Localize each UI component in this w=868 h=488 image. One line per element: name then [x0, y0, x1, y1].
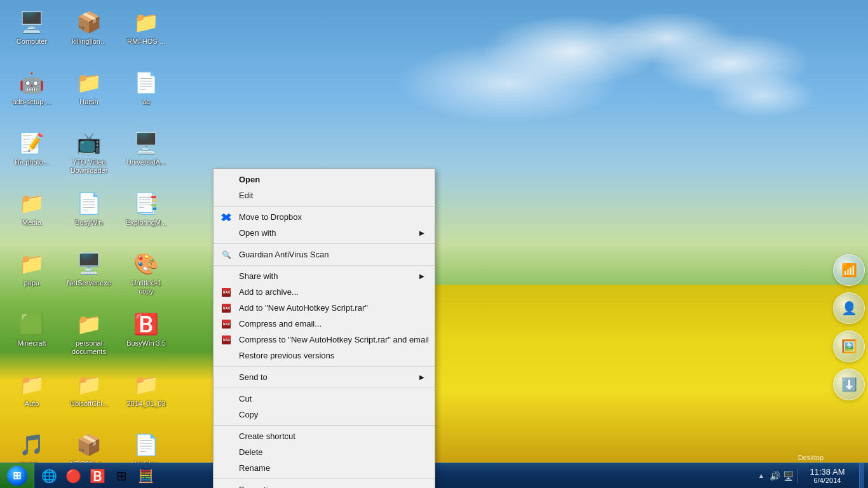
- icon-img-busywin: 📄: [76, 191, 102, 216]
- desktop-icon-ubisoft[interactable]: 📁UbisoftChi...: [64, 369, 114, 426]
- menu-label-edit: Edit: [239, 191, 253, 200]
- menu-separator-sep1: [214, 206, 435, 207]
- desktop-icon-personal-docs[interactable]: 📁personal documents: [64, 308, 114, 365]
- taskbar-app-ie[interactable]: 🌐: [37, 464, 60, 487]
- menu-item-edit[interactable]: Edit: [214, 187, 435, 203]
- icon-img-untitled-1: 🎨: [133, 251, 159, 276]
- taskbar-app-calculator[interactable]: 🧮: [134, 464, 157, 487]
- gadget-contacts[interactable]: 👤: [833, 292, 865, 324]
- menu-item-add-archive[interactable]: RARAdd to archive...: [214, 284, 435, 300]
- icon-img-minecraft: 🟩: [19, 311, 44, 337]
- menu-item-cut[interactable]: Cut: [214, 391, 435, 407]
- menu-item-copy[interactable]: Copy: [214, 407, 435, 423]
- menu-separator-sep7: [214, 478, 435, 479]
- sidebar-gadgets: 📶👤🖼️⬇️: [830, 0, 868, 445]
- tray-icon-sound[interactable]: 🔊: [770, 471, 780, 481]
- icon-label-ytd-video: YTD Video Downloader: [67, 158, 111, 175]
- system-tray: ▲ 🔊 🖥️ 11:38 AM 6/4/2014: [753, 463, 868, 488]
- rar-icon: RAR: [220, 302, 233, 315]
- tray-icon-network[interactable]: 🖥️: [783, 471, 794, 481]
- icon-img-rmi-hos: 📁: [133, 10, 159, 35]
- menu-separator-sep4: [214, 366, 435, 367]
- icon-label-busywin: BusyWin: [75, 219, 102, 227]
- icon-img-exploring-m: 📑: [133, 191, 159, 216]
- icon-img-universal-a: 🖥️: [133, 130, 159, 156]
- taskbar-app-windows-conf[interactable]: ⊞: [110, 464, 133, 487]
- desktop-icon-auto[interactable]: 📁Auto: [6, 369, 57, 426]
- icon-img-aa: 📄: [133, 70, 159, 95]
- icon-img-papa: 📁: [19, 251, 44, 276]
- icon-label-ubisoft: UbisoftChi...: [70, 400, 108, 408]
- menu-item-rename[interactable]: Rename: [214, 460, 435, 476]
- clock-area[interactable]: 11:38 AM 6/4/2014: [802, 466, 853, 485]
- menu-item-open[interactable]: Open: [214, 172, 435, 187]
- menu-label-restore-versions: Restore previous versions: [239, 351, 334, 360]
- menu-item-add-rar[interactable]: RARAdd to "New AutoHotkey Script.rar": [214, 300, 435, 316]
- tray-expand-button[interactable]: ▲: [757, 471, 766, 480]
- menu-label-share-with: Share with: [239, 271, 278, 281]
- desktop-label: Desktop: [798, 454, 824, 461]
- desktop-icon-rmi-hos[interactable]: 📁RMI-HOS ...: [121, 6, 172, 64]
- icon-label-netserver: NetServer.exe: [67, 279, 111, 287]
- desktop-icon-busywin-35[interactable]: 🅱️BusyWin 3.5: [121, 308, 172, 365]
- desktop-icon-adb-setup[interactable]: 🤖adb-setup ...: [6, 67, 57, 124]
- start-button[interactable]: ⊞: [0, 463, 34, 489]
- icon-img-netserver: 🖥️: [76, 251, 102, 276]
- taskbar-app-chrome[interactable]: 🔴: [62, 464, 85, 487]
- desktop-icon-netserver[interactable]: 🖥️NetServer.exe: [64, 248, 114, 305]
- desktop-icon-ytd-video[interactable]: 📺YTD Video Downloader: [64, 127, 114, 184]
- svg-text:RAR: RAR: [223, 290, 230, 294]
- icon-img-personal-docs: 📁: [76, 311, 102, 337]
- menu-separator-sep6: [214, 425, 435, 426]
- menu-item-compress-email[interactable]: RARCompress and email...: [214, 316, 435, 332]
- icon-img-busywin-35: 🅱️: [133, 311, 159, 337]
- icon-img-harsh: 📁: [76, 70, 102, 95]
- shield-icon: 🔍: [220, 248, 233, 261]
- menu-item-move-dropbox[interactable]: Move to Dropbox: [214, 209, 435, 225]
- icon-img-auto: 📁: [19, 372, 44, 397]
- menu-item-compress-rar-email[interactable]: RARCompress to "New AutoHotkey Script.ra…: [214, 332, 435, 348]
- desktop-icon-killing-lon[interactable]: 📦killing|lon...: [64, 6, 114, 64]
- icon-label-exploring-m: ExploringM...: [126, 219, 166, 227]
- desktop-icon-harsh[interactable]: 📁Harsh: [64, 67, 114, 124]
- rar-icon: RAR: [220, 286, 233, 299]
- menu-item-restore-versions[interactable]: Restore previous versions: [214, 348, 435, 363]
- desktop-icon-exploring-m[interactable]: 📑ExploringM...: [121, 187, 172, 245]
- icon-img-media: 📁: [19, 191, 44, 216]
- show-desktop-button[interactable]: [859, 463, 864, 489]
- icon-label-untitled-1: Untitled-1 copy: [124, 279, 168, 295]
- desktop-icon-untitled-1[interactable]: 🎨Untitled-1 copy: [121, 248, 172, 305]
- menu-item-open-with[interactable]: Open with▶: [214, 225, 435, 241]
- menu-item-send-to[interactable]: Send to▶: [214, 369, 435, 385]
- desktop-icon-papa[interactable]: 📁papa: [6, 248, 57, 305]
- menu-arrow-open-with: ▶: [419, 229, 424, 236]
- menu-label-delete: Delete: [239, 447, 263, 457]
- menu-label-move-dropbox: Move to Dropbox: [239, 212, 302, 222]
- desktop-icon-media[interactable]: 📁Media: [6, 187, 57, 245]
- menu-item-guardian-av[interactable]: 🔍Guardian AntiVirus Scan: [214, 247, 435, 262]
- desktop-icon-universal-a[interactable]: 🖥️UniversalA...: [121, 127, 172, 184]
- gadget-wifi[interactable]: 📶: [833, 254, 865, 286]
- desktop-icon-computer[interactable]: 🖥️Computer: [6, 6, 57, 64]
- gadget-photos[interactable]: 🖼️: [833, 330, 865, 362]
- menu-label-create-shortcut: Create shortcut: [239, 431, 295, 441]
- menu-item-delete[interactable]: Delete: [214, 444, 435, 460]
- svg-text:RAR: RAR: [223, 322, 230, 326]
- menu-item-properties[interactable]: Properties: [214, 482, 435, 488]
- start-orb: ⊞: [7, 466, 27, 486]
- desktop-icon-aa[interactable]: 📄aa: [121, 67, 172, 124]
- taskbar-app-busywin-tb[interactable]: 🅱️: [86, 464, 109, 487]
- desktop-icon-life-photo[interactable]: 📝life photo...: [6, 127, 57, 184]
- menu-item-share-with[interactable]: Share with▶: [214, 268, 435, 284]
- icon-label-busywin-35: BusyWin 3.5: [126, 339, 166, 348]
- menu-item-create-shortcut[interactable]: Create shortcut: [214, 428, 435, 444]
- icon-label-personal-docs: personal documents: [67, 339, 111, 356]
- menu-label-add-rar: Add to "New AutoHotkey Script.rar": [239, 303, 368, 313]
- desktop-icon-busywin[interactable]: 📄BusyWin: [64, 187, 114, 245]
- desktop-icon-2014-01-03[interactable]: 📁2014_01_03: [121, 369, 172, 426]
- gadget-scroll[interactable]: ⬇️: [833, 369, 865, 400]
- desktop-icon-minecraft[interactable]: 🟩Minecraft: [6, 308, 57, 365]
- icon-img-ubisoft: 📁: [76, 372, 102, 397]
- context-menu: OpenEditMove to DropboxOpen with▶🔍Guardi…: [213, 168, 435, 488]
- desktop: 🖥️Computer📦killing|lon...📁RMI-HOS ...🤖ad…: [0, 0, 868, 488]
